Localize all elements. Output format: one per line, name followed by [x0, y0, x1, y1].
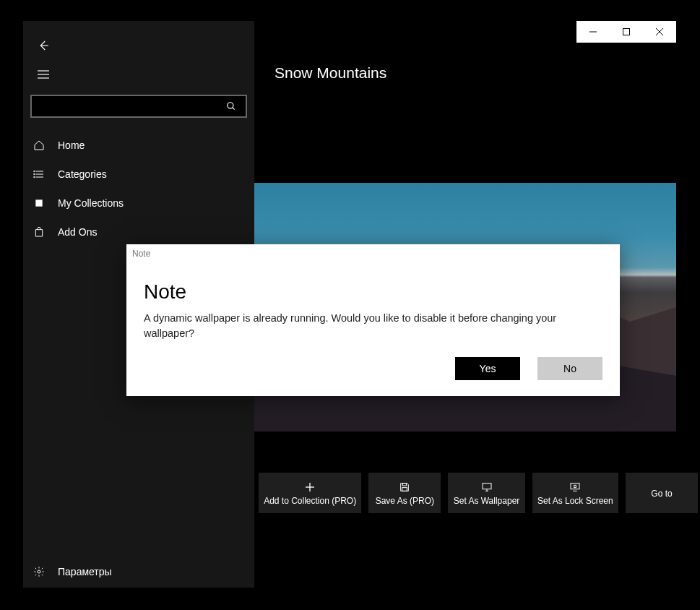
- dialog-buttons: Yes No: [455, 357, 602, 380]
- shopping-bag-icon: [33, 226, 45, 238]
- svg-point-10: [34, 176, 35, 177]
- sidebar-item-home[interactable]: Home: [23, 131, 254, 160]
- add-to-collection-button[interactable]: Add to Collection (PRO): [259, 473, 361, 513]
- goto-button[interactable]: Go to: [626, 473, 698, 513]
- back-arrow-icon: [37, 39, 50, 52]
- svg-rect-14: [623, 29, 630, 35]
- sidebar-item-label: Add Ons: [58, 226, 97, 238]
- svg-rect-21: [483, 484, 491, 489]
- tool-label: Go to: [651, 489, 672, 499]
- home-icon: [33, 139, 45, 151]
- note-dialog: Note Note A dynamic wallpaper is already…: [126, 244, 620, 396]
- app-window: Home Categories My Collections Add Ons: [23, 21, 676, 588]
- set-lockscreen-button[interactable]: Set As Lock Screen: [532, 473, 618, 513]
- page-title: Snow Mountains: [275, 64, 386, 82]
- svg-line-4: [233, 108, 235, 110]
- dialog-title: Note: [144, 280, 186, 304]
- tool-label: Set As Lock Screen: [537, 496, 613, 506]
- sidebar-item-label: Home: [58, 139, 85, 151]
- maximize-icon: [623, 28, 630, 35]
- back-button[interactable]: [29, 31, 58, 60]
- svg-point-9: [34, 173, 35, 174]
- maximize-button[interactable]: [610, 21, 643, 43]
- sidebar-item-add-ons[interactable]: Add Ons: [23, 218, 254, 246]
- hamburger-icon: [38, 70, 49, 79]
- tool-label: Save As (PRO): [376, 496, 434, 506]
- sidebar-item-my-collections[interactable]: My Collections: [23, 189, 254, 218]
- desktop-icon: [481, 481, 493, 493]
- list-icon: [33, 168, 45, 180]
- close-icon: [656, 28, 663, 35]
- sidebar-footer-label: Параметры: [58, 566, 112, 577]
- svg-rect-11: [35, 199, 42, 206]
- sidebar-item-label: My Collections: [58, 197, 124, 209]
- svg-rect-25: [574, 485, 576, 487]
- search-button[interactable]: [217, 96, 246, 116]
- nav-list: Home Categories My Collections Add Ons: [23, 131, 254, 246]
- svg-rect-24: [571, 484, 579, 489]
- sidebar-item-label: Categories: [58, 168, 107, 180]
- search-input[interactable]: [32, 96, 217, 116]
- dialog-body: A dynamic wallpaper is already running. …: [144, 311, 602, 341]
- svg-rect-20: [402, 488, 407, 491]
- plus-icon: [304, 481, 316, 493]
- save-icon: [399, 481, 410, 493]
- gear-icon: [33, 566, 45, 577]
- save-as-button[interactable]: Save As (PRO): [368, 473, 441, 513]
- minimize-icon: [589, 28, 597, 35]
- sidebar-item-settings[interactable]: Параметры: [23, 556, 254, 588]
- sidebar-item-categories[interactable]: Categories: [23, 160, 254, 189]
- svg-point-8: [34, 171, 35, 171]
- dialog-caption: Note: [132, 249, 150, 259]
- tool-label: Set As Wallpaper: [454, 496, 520, 506]
- collection-icon: [33, 197, 45, 209]
- menu-button[interactable]: [29, 60, 58, 89]
- minimize-button[interactable]: [576, 21, 610, 43]
- search-icon: [226, 101, 236, 111]
- yes-button[interactable]: Yes: [455, 357, 520, 380]
- svg-point-12: [38, 570, 40, 573]
- search-box: [30, 95, 247, 118]
- close-button[interactable]: [643, 21, 676, 43]
- action-toolbar: Add to Collection (PRO) Save As (PRO) Se…: [259, 473, 698, 513]
- lock-screen-icon: [569, 481, 581, 493]
- window-controls: [576, 21, 676, 43]
- svg-point-3: [228, 103, 233, 108]
- set-wallpaper-button[interactable]: Set As Wallpaper: [448, 473, 524, 513]
- svg-rect-19: [403, 484, 407, 486]
- tool-label: Add to Collection (PRO): [264, 496, 356, 506]
- no-button[interactable]: No: [537, 357, 602, 380]
